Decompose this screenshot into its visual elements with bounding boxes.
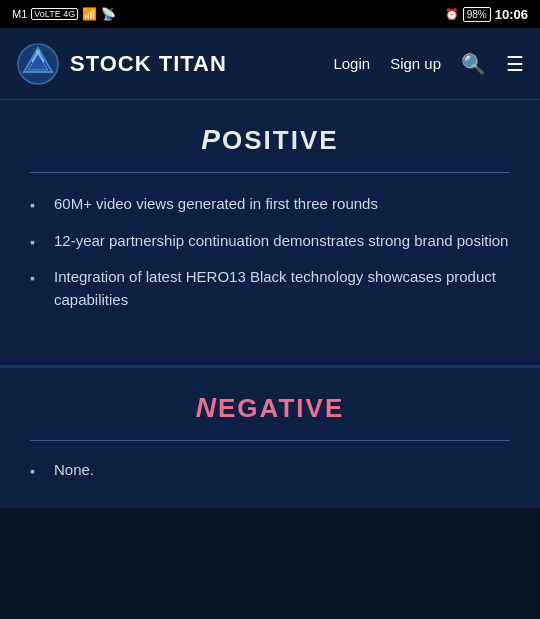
logo-icon <box>16 42 60 86</box>
battery-label: 98% <box>463 7 491 22</box>
status-left: M1 VoLTE 4G 📶 📡 <box>12 7 116 21</box>
status-right: ⏰ 98% 10:06 <box>445 7 528 22</box>
positive-section: POSITIVE 60M+ video views generated in f… <box>0 100 540 368</box>
wifi-icon: 📡 <box>101 7 116 21</box>
time-label: 10:06 <box>495 7 528 22</box>
search-icon[interactable]: 🔍 <box>461 52 486 76</box>
logo-text: STOCK TITAN <box>70 51 227 77</box>
alarm-icon: ⏰ <box>445 8 459 21</box>
logo-area: STOCK TITAN <box>16 42 227 86</box>
main-content: POSITIVE 60M+ video views generated in f… <box>0 100 540 619</box>
positive-title: POSITIVE <box>30 124 510 156</box>
positive-bullet-list: 60M+ video views generated in first thre… <box>30 193 510 311</box>
menu-icon[interactable]: ☰ <box>506 52 524 76</box>
list-item: 60M+ video views generated in first thre… <box>30 193 510 216</box>
signal-icon: 📶 <box>82 7 97 21</box>
negative-divider <box>30 440 510 441</box>
nav-links: Login Sign up 🔍 ☰ <box>333 52 524 76</box>
positive-divider <box>30 172 510 173</box>
signup-link[interactable]: Sign up <box>390 55 441 72</box>
status-bar: M1 VoLTE 4G 📶 📡 ⏰ 98% 10:06 <box>0 0 540 28</box>
negative-title: NEGATIVE <box>30 392 510 424</box>
login-link[interactable]: Login <box>333 55 370 72</box>
none-label: None. <box>30 461 510 478</box>
carrier-label: M1 <box>12 8 27 20</box>
list-item: 12-year partnership continuation demonst… <box>30 230 510 253</box>
negative-section: NEGATIVE None. <box>0 368 540 508</box>
list-item: Integration of latest HERO13 Black techn… <box>30 266 510 311</box>
svg-point-3 <box>36 50 40 54</box>
navbar: STOCK TITAN Login Sign up 🔍 ☰ <box>0 28 540 100</box>
network-type-label: VoLTE 4G <box>31 8 78 20</box>
